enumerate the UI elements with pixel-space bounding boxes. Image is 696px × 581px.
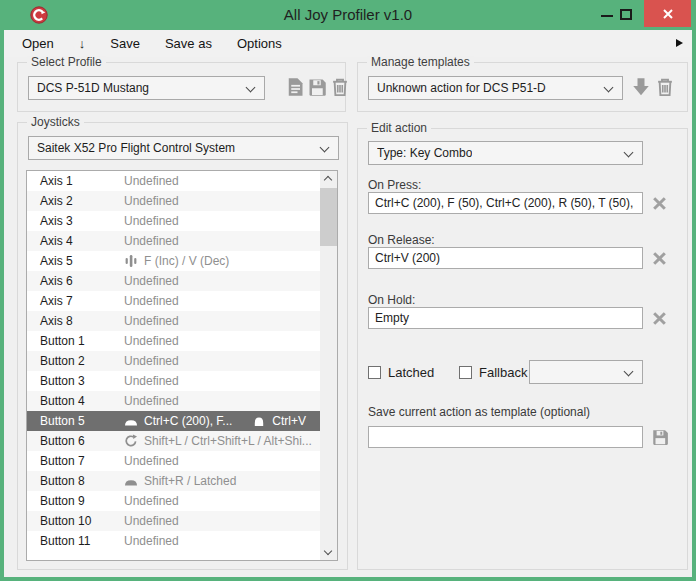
list-item[interactable]: Button 5Ctrl+C (200), F...Ctrl+V	[27, 411, 320, 431]
template-select[interactable]: Unknown action for DCS P51-D	[368, 76, 623, 100]
clear-on-press-button[interactable]	[651, 195, 668, 212]
list-item[interactable]: Axis 6Undefined	[27, 271, 320, 291]
joysticks-group: Joysticks Saitek X52 Pro Flight Control …	[17, 122, 348, 570]
fallback-label: Fallback	[479, 365, 527, 380]
list-item-name: Button 6	[40, 431, 85, 451]
chevron-down-icon	[604, 83, 614, 93]
list-item[interactable]: Button 3Undefined	[27, 371, 320, 391]
list-item-name: Button 7	[40, 451, 85, 471]
group-label: Joysticks	[27, 116, 84, 129]
list-item[interactable]: Axis 4Undefined	[27, 231, 320, 251]
scroll-down-button[interactable]	[320, 544, 337, 560]
menu-open[interactable]: Open	[22, 36, 54, 51]
menu-quick-load[interactable]: ↓	[79, 36, 86, 51]
list-item[interactable]: Axis 8Undefined	[27, 311, 320, 331]
window-title: All Joy Profiler v1.0	[0, 0, 696, 30]
fallback-select[interactable]	[529, 360, 643, 384]
close-icon	[662, 8, 674, 20]
template-name-input[interactable]	[368, 426, 643, 448]
menu-bar: Open↓SaveSave asOptions	[4, 30, 692, 57]
list-item[interactable]: Button 9Undefined	[27, 491, 320, 511]
new-profile-button[interactable]	[285, 77, 305, 97]
list-item[interactable]: Axis 7Undefined	[27, 291, 320, 311]
list-item[interactable]: Button 7Undefined	[27, 451, 320, 471]
minimize-button[interactable]	[601, 15, 613, 17]
action-type-value: Type: Key Combo	[377, 146, 472, 160]
list-item[interactable]: Button 6Shift+L / Ctrl+Shift+L / Alt+Shi…	[27, 431, 320, 451]
list-item-value: Undefined	[124, 171, 318, 191]
menu-overflow-arrow-icon[interactable]	[676, 39, 683, 47]
list-item-value: Undefined	[124, 371, 318, 391]
on-hold-input[interactable]	[368, 307, 643, 329]
joystick-list: Axis 1UndefinedAxis 2UndefinedAxis 3Unde…	[26, 170, 338, 561]
list-item-name: Button 11	[40, 531, 90, 551]
list-item-value: Undefined	[124, 351, 318, 371]
list-item-value: Undefined	[124, 231, 318, 251]
axis-icon	[124, 254, 138, 268]
list-item-value: Undefined	[124, 311, 318, 331]
profile-select[interactable]: DCS P-51D Mustang	[28, 76, 265, 100]
list-item[interactable]: Button 8Shift+R / Latched	[27, 471, 320, 491]
on-release-input[interactable]	[368, 247, 643, 269]
list-item-value: Undefined	[124, 391, 318, 411]
menu-save-as[interactable]: Save as	[165, 36, 212, 51]
latched-label: Latched	[388, 365, 434, 380]
on-press-input[interactable]	[368, 192, 643, 214]
download-icon	[631, 77, 651, 97]
scroll-up-button[interactable]	[320, 171, 337, 187]
device-select-value: Saitek X52 Pro Flight Control System	[37, 141, 235, 155]
save-icon	[307, 77, 327, 97]
action-type-select[interactable]: Type: Key Combo	[368, 141, 643, 165]
scrollbar-thumb[interactable]	[320, 188, 337, 246]
group-label: Select Profile	[27, 56, 106, 69]
save-icon	[651, 428, 669, 446]
list-item[interactable]: Axis 1Undefined	[27, 171, 320, 191]
apply-template-button[interactable]	[631, 77, 651, 97]
list-item-name: Button 2	[40, 351, 85, 371]
list-item[interactable]: Button 4Undefined	[27, 391, 320, 411]
list-item[interactable]: Button 1Undefined	[27, 331, 320, 351]
list-item-name: Axis 5	[40, 251, 73, 271]
clear-on-release-button[interactable]	[651, 250, 668, 267]
maximize-button[interactable]	[620, 9, 632, 20]
clear-icon	[651, 195, 668, 212]
list-item-value: Shift+R / Latched	[124, 471, 318, 491]
trash-icon	[655, 77, 675, 97]
list-item-value: Ctrl+C (200), F...Ctrl+V	[124, 411, 318, 431]
delete-template-button[interactable]	[655, 77, 675, 97]
manage-templates-group: Manage templates Unknown action for DCS …	[357, 62, 688, 112]
on-hold-label: On Hold:	[368, 293, 415, 307]
group-label: Edit action	[367, 122, 431, 135]
list-item-name: Axis 4	[40, 231, 73, 251]
list-item-name: Button 8	[40, 471, 85, 491]
save-profile-button[interactable]	[307, 77, 327, 97]
menu-save[interactable]: Save	[110, 36, 140, 51]
key-press-icon	[124, 414, 138, 428]
save-template-button[interactable]	[651, 428, 669, 446]
chevron-down-icon	[624, 367, 634, 377]
profile-select-value: DCS P-51D Mustang	[37, 81, 149, 95]
delete-profile-button[interactable]	[330, 77, 350, 97]
list-item[interactable]: Axis 3Undefined	[27, 211, 320, 231]
close-button[interactable]	[644, 0, 691, 27]
app-window: All Joy Profiler v1.0 Open↓SaveSave asOp…	[0, 0, 696, 581]
list-item[interactable]: Button 10Undefined	[27, 511, 320, 531]
list-item-name: Axis 3	[40, 211, 73, 231]
list-item[interactable]: Axis 5F (Inc) / V (Dec)	[27, 251, 320, 271]
menu-options[interactable]: Options	[237, 36, 282, 51]
title-bar: All Joy Profiler v1.0	[0, 0, 696, 30]
list-item[interactable]: Button 11Undefined	[27, 531, 320, 551]
device-select[interactable]: Saitek X52 Pro Flight Control System	[28, 136, 339, 160]
chevron-up-icon	[324, 176, 332, 184]
latched-checkbox[interactable]	[368, 366, 381, 379]
list-item-value: Undefined	[124, 191, 318, 211]
list-item[interactable]: Axis 2Undefined	[27, 191, 320, 211]
list-item-value: Undefined	[124, 291, 318, 311]
fallback-checkbox[interactable]	[459, 366, 472, 379]
list-item[interactable]: Button 2Undefined	[27, 351, 320, 371]
chevron-down-icon	[624, 148, 634, 158]
list-item-value: Undefined	[124, 271, 318, 291]
list-scrollbar[interactable]	[320, 171, 337, 560]
list-item-name: Button 10	[40, 511, 91, 531]
clear-on-hold-button[interactable]	[651, 310, 668, 327]
